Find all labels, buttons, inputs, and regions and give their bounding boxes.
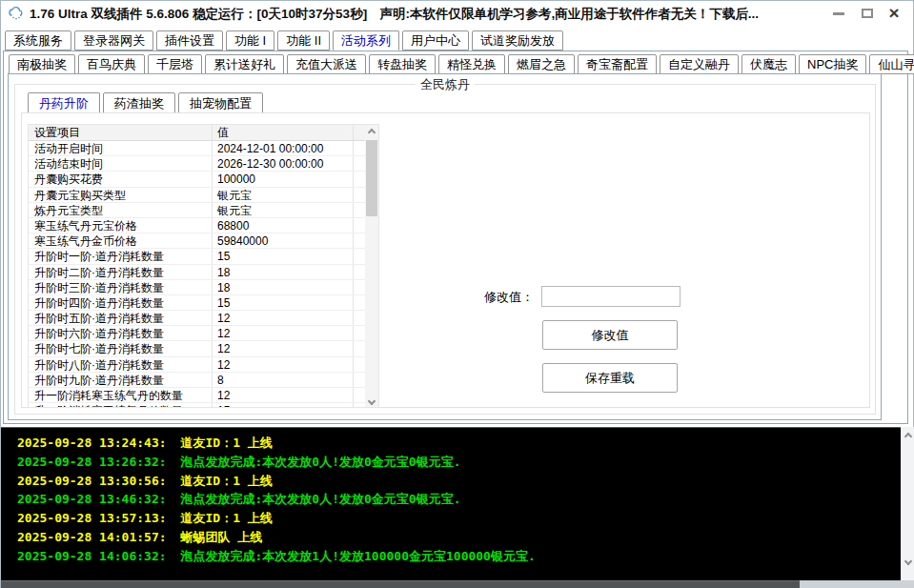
save-reload-button[interactable]: 保存重载 bbox=[542, 363, 678, 393]
column-header-value[interactable]: 值 bbox=[213, 125, 354, 140]
setting-name-cell: 寒玉练气丹元宝价格 bbox=[29, 218, 213, 233]
table-scrollbar-thumb[interactable] bbox=[366, 140, 377, 216]
console-timestamp: 2025-09-28 13:46:32: bbox=[17, 492, 167, 506]
window-title: 1.76 Ultra 双线插件 5.6.806 稳定运行：[0天10时37分53… bbox=[30, 1, 759, 28]
cloud-icon bbox=[8, 6, 25, 21]
table-body: 活动开启时间 2024-12-01 00:00:00 活动结束时间 2026-1… bbox=[29, 141, 378, 408]
activity-tab[interactable]: 自定义融丹 bbox=[660, 54, 739, 74]
modify-value-label: 修改值： bbox=[475, 287, 534, 307]
console-message: 泡点发放完成:本次发放1人!发放100000金元宝100000银元宝. bbox=[181, 549, 536, 563]
main-tab[interactable]: 功能 I bbox=[226, 30, 274, 51]
setting-name-cell: 升阶时七阶·道丹消耗数量 bbox=[29, 341, 213, 355]
table-row[interactable]: 丹囊购买花费 100000 bbox=[29, 172, 378, 187]
console-message: 蜥蜴团队 上线 bbox=[181, 530, 263, 544]
activity-tab[interactable]: 奇宝斋配置 bbox=[578, 54, 657, 74]
modify-value-input[interactable] bbox=[541, 286, 680, 307]
maximize-button[interactable] bbox=[856, 4, 879, 23]
activity-tab[interactable]: NPC抽奖 bbox=[799, 54, 866, 74]
console-message: 道友ID：1 上线 bbox=[181, 436, 273, 450]
setting-value-cell: 59840000 bbox=[213, 233, 354, 248]
main-tab[interactable]: 登录器网关 bbox=[74, 30, 153, 51]
table-row[interactable]: 升二阶消耗寒玉练气丹的数量 15 bbox=[29, 403, 378, 408]
activity-tab[interactable]: 仙山寻宝 bbox=[869, 54, 914, 74]
main-tab[interactable]: 活动系列 bbox=[333, 30, 399, 51]
console-log[interactable]: 2025-09-28 13:24:43:道友ID：1 上线 2025-09-28… bbox=[1, 427, 901, 580]
table-row[interactable]: 活动结束时间 2026-12-30 00:00:00 bbox=[29, 156, 378, 172]
table-row[interactable]: 升阶时八阶·道丹消耗数量 12 bbox=[29, 357, 378, 373]
console-line: 2025-09-28 13:46:32:泡点发放完成:本次发放0人!发放0金元宝… bbox=[17, 490, 901, 509]
minimize-button[interactable] bbox=[827, 4, 850, 23]
scroll-up-icon[interactable] bbox=[365, 125, 378, 138]
setting-value-cell: 68800 bbox=[213, 218, 354, 233]
table-header-row: 设置项目 值 bbox=[29, 125, 378, 141]
setting-value-cell: 12 bbox=[213, 326, 354, 340]
setting-value-cell: 15 bbox=[213, 403, 354, 408]
minimize-icon bbox=[833, 12, 844, 15]
table-row[interactable]: 升阶时一阶·道丹消耗数量 15 bbox=[29, 249, 378, 264]
console-scrollbar[interactable] bbox=[901, 427, 914, 580]
activity-tab[interactable]: 累计送好礼 bbox=[205, 54, 284, 74]
column-header-name[interactable]: 设置项目 bbox=[29, 125, 213, 140]
table-row[interactable]: 升阶时二阶·道丹消耗数量 18 bbox=[29, 265, 378, 280]
setting-name-cell: 升阶时二阶·道丹消耗数量 bbox=[29, 265, 213, 279]
console-line: 2025-09-28 13:30:56:道友ID：1 上线 bbox=[17, 472, 901, 491]
console-line: 2025-09-28 13:26:32:泡点发放完成:本次发放0人!发放0金元宝… bbox=[17, 453, 901, 472]
activity-tab[interactable]: 燃眉之急 bbox=[508, 54, 575, 74]
table-row[interactable]: 升阶时三阶·道丹消耗数量 18 bbox=[29, 280, 378, 295]
console-scroll-down-icon[interactable] bbox=[902, 554, 914, 567]
main-tab-bar: 系统服务登录器网关插件设置功能 I功能 II活动系列用户中心试道奖励发放 bbox=[5, 30, 563, 51]
main-tab[interactable]: 系统服务 bbox=[5, 30, 71, 51]
horizontal-scrollbar-thumb[interactable] bbox=[1, 580, 800, 588]
main-tab[interactable]: 用户中心 bbox=[402, 30, 469, 51]
main-tab[interactable]: 插件设置 bbox=[156, 30, 223, 51]
table-row[interactable]: 寒玉练气丹金币价格 59840000 bbox=[29, 233, 378, 249]
scroll-down-icon[interactable] bbox=[365, 394, 378, 407]
setting-name-cell: 炼丹元宝类型 bbox=[29, 203, 213, 217]
setting-value-cell: 12 bbox=[213, 311, 354, 325]
table-row[interactable]: 寒玉练气丹元宝价格 68800 bbox=[29, 218, 378, 233]
console-scroll-up-icon[interactable] bbox=[902, 429, 914, 442]
setting-value-cell: 银元宝 bbox=[213, 188, 354, 202]
activity-tab[interactable]: 南极抽奖 bbox=[9, 54, 75, 74]
horizontal-scrollbar[interactable] bbox=[1, 580, 914, 588]
table-row[interactable]: 升阶时五阶·道丹消耗数量 12 bbox=[29, 311, 378, 326]
table-row[interactable]: 升一阶消耗寒玉练气丹的数量 12 bbox=[29, 388, 378, 403]
console-timestamp: 2025-09-28 13:26:32: bbox=[17, 455, 167, 469]
table-scrollbar[interactable] bbox=[365, 125, 378, 407]
table-row[interactable]: 活动开启时间 2024-12-01 00:00:00 bbox=[29, 141, 378, 156]
setting-value-cell: 8 bbox=[213, 373, 354, 387]
activity-tab[interactable]: 伏魔志 bbox=[741, 54, 796, 74]
setting-name-cell: 升阶时九阶·道丹消耗数量 bbox=[29, 373, 213, 387]
main-tab[interactable]: 功能 II bbox=[277, 30, 330, 51]
console-timestamp: 2025-09-28 14:01:57: bbox=[17, 530, 167, 544]
inner-tab[interactable]: 抽宠物配置 bbox=[178, 92, 263, 113]
table-row[interactable]: 升阶时六阶·道丹消耗数量 12 bbox=[29, 326, 378, 341]
modify-value-button[interactable]: 修改值 bbox=[542, 320, 678, 350]
setting-value-cell: 12 bbox=[213, 357, 354, 372]
setting-name-cell: 升阶时八阶·道丹消耗数量 bbox=[29, 357, 213, 372]
table-row[interactable]: 炼丹元宝类型 银元宝 bbox=[29, 203, 378, 218]
activity-tab[interactable]: 充值大派送 bbox=[287, 54, 366, 74]
console-timestamp: 2025-09-28 13:24:43: bbox=[17, 436, 167, 450]
setting-name-cell: 丹囊购买花费 bbox=[29, 172, 213, 186]
table-row[interactable]: 丹囊元宝购买类型 银元宝 bbox=[29, 188, 378, 203]
close-button[interactable]: × bbox=[883, 4, 905, 23]
activity-tab[interactable]: 精怪兑换 bbox=[438, 54, 505, 74]
activity-tab[interactable]: 转盘抽奖 bbox=[369, 54, 436, 74]
inner-tab[interactable]: 药渣抽奖 bbox=[103, 92, 175, 113]
table-row[interactable]: 升阶时七阶·道丹消耗数量 12 bbox=[29, 341, 378, 356]
setting-name-cell: 升阶时三阶·道丹消耗数量 bbox=[29, 280, 213, 294]
table-row[interactable]: 升阶时九阶·道丹消耗数量 8 bbox=[29, 373, 378, 388]
setting-value-cell: 18 bbox=[213, 265, 354, 279]
title-bar: 1.76 Ultra 双线插件 5.6.806 稳定运行：[0天10时37分53… bbox=[1, 1, 913, 28]
setting-value-cell: 18 bbox=[213, 280, 354, 294]
setting-name-cell: 活动结束时间 bbox=[29, 156, 213, 171]
inner-tab-bar: 丹药升阶药渣抽奖抽宠物配置 bbox=[28, 92, 263, 113]
activity-tab-bar: 南极抽奖百鸟庆典千层塔累计送好礼充值大派送转盘抽奖精怪兑换燃眉之急奇宝斋配置自定… bbox=[9, 54, 914, 74]
console-timestamp: 2025-09-28 14:06:32: bbox=[17, 549, 167, 563]
inner-tab[interactable]: 丹药升阶 bbox=[28, 92, 100, 113]
activity-tab[interactable]: 百鸟庆典 bbox=[78, 54, 145, 74]
activity-tab[interactable]: 千层塔 bbox=[148, 54, 202, 74]
main-tab[interactable]: 试道奖励发放 bbox=[472, 30, 563, 51]
table-row[interactable]: 升阶时四阶·道丹消耗数量 15 bbox=[29, 295, 378, 311]
